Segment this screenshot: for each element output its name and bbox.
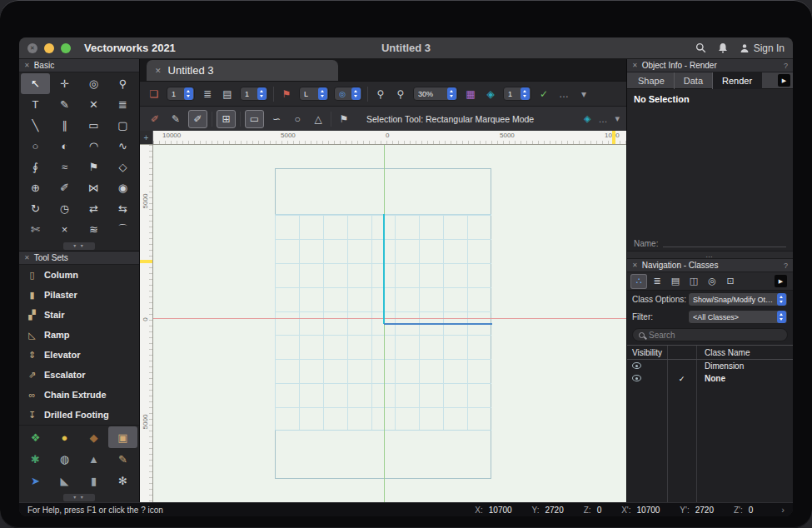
tool-set-item-ramp[interactable]: ◺Ramp: [19, 325, 139, 345]
tool-options-icon[interactable]: ◈: [584, 113, 590, 124]
navigation-header[interactable]: ✕ Navigation - Classes ?: [627, 259, 793, 272]
close-palette-icon[interactable]: ✕: [632, 62, 638, 69]
design-layers-mode-icon[interactable]: ≣: [649, 274, 665, 289]
help-icon[interactable]: ?: [784, 262, 788, 270]
zoom-fit-icon[interactable]: ⚲: [393, 87, 408, 102]
tool-set-item-elevator[interactable]: ⇕Elevator: [19, 345, 139, 365]
polyline-tool-icon[interactable]: ⚑: [79, 157, 108, 177]
circle-tool-icon[interactable]: ○: [21, 136, 50, 157]
statusbar-expand-icon[interactable]: ›: [781, 505, 785, 515]
tool-set-item-column[interactable]: ▯Column: [19, 265, 139, 285]
tool-set-item-drilled-footing[interactable]: ↧Drilled Footing: [19, 405, 139, 425]
viewports-mode-icon[interactable]: ◫: [685, 274, 702, 289]
freehand-tool-icon[interactable]: ∿: [108, 136, 137, 157]
zoom-in-icon[interactable]: ⚲: [373, 87, 388, 102]
rotate-tool-icon[interactable]: ↻: [21, 198, 50, 219]
panel-menu-icon[interactable]: ▶: [775, 275, 787, 287]
notifications-bell-icon[interactable]: [718, 42, 728, 53]
sheet-layers-mode-icon[interactable]: ▤: [667, 274, 684, 289]
panel-divider[interactable]: …: [627, 251, 793, 259]
close-window-button[interactable]: ✕: [27, 43, 37, 53]
split-tool-icon[interactable]: ⇆: [108, 198, 137, 219]
search-icon[interactable]: [695, 42, 706, 53]
interactive-scaling-icon[interactable]: ⊞: [217, 110, 236, 128]
class-name-column-header[interactable]: Class Name: [696, 348, 793, 357]
filter-dropdown[interactable]: <All Classes>: [688, 310, 788, 324]
class-dropdown[interactable]: L: [299, 87, 329, 101]
help-icon[interactable]: ?: [784, 62, 788, 70]
polygon-marquee-icon[interactable]: △: [310, 113, 326, 125]
text-tool-icon[interactable]: T: [21, 94, 50, 115]
curve-tool-icon[interactable]: ≈: [50, 157, 79, 177]
tab-data[interactable]: Data: [675, 72, 713, 89]
unified-view-icon[interactable]: ❏: [147, 87, 162, 102]
basic-palette-header[interactable]: ✕ Basic: [19, 59, 139, 72]
drawing-canvas[interactable]: [153, 145, 626, 502]
rectangular-marquee-icon[interactable]: ▭: [245, 110, 264, 128]
stack-order-icon[interactable]: ≣: [200, 87, 215, 102]
tool-set-item-stair[interactable]: ▞Stair: [19, 305, 139, 325]
visibility-eye-icon[interactable]: [632, 375, 641, 381]
extrude-tool-icon[interactable]: ▣: [108, 426, 137, 448]
tab-render[interactable]: Render: [713, 72, 762, 89]
landscape-tool-icon[interactable]: ✱: [21, 448, 50, 470]
visibility-tool-icon[interactable]: ≣: [108, 94, 137, 115]
cylinder-tool-icon[interactable]: ▮: [79, 470, 108, 491]
layer-dropdown[interactable]: 1: [167, 87, 195, 101]
classes-mode-icon[interactable]: ∴: [630, 274, 647, 289]
modebar-chevron-icon[interactable]: ▾: [615, 113, 620, 124]
eyedropper-tool-icon[interactable]: ◉: [108, 177, 137, 198]
oval-tool-icon[interactable]: ◐: [50, 136, 79, 157]
close-tab-icon[interactable]: ✕: [155, 67, 162, 75]
active-class-icon[interactable]: ⚑: [279, 87, 294, 102]
visibility-eye-icon[interactable]: [632, 362, 641, 369]
tool-set-item-chain-extrude[interactable]: ∞Chain Extrude: [19, 385, 139, 405]
references-mode-icon[interactable]: ⊡: [722, 274, 739, 289]
pushpin-icon[interactable]: ⚑: [336, 113, 352, 125]
plane-tool-icon[interactable]: ➤: [21, 470, 50, 491]
checkmark-icon[interactable]: ✓: [536, 87, 551, 102]
layers-icon[interactable]: ▤: [220, 87, 235, 102]
snap-grid-icon[interactable]: ▦: [463, 87, 478, 102]
line-tool-icon[interactable]: ╲: [21, 115, 50, 136]
render-mode-icon[interactable]: ◈: [483, 87, 498, 102]
roof-tool-icon[interactable]: ❖: [21, 426, 50, 448]
knife-tool-icon[interactable]: ✄: [21, 219, 50, 240]
search-input[interactable]: [649, 331, 781, 340]
modebar-overflow-icon[interactable]: …: [598, 114, 607, 124]
arc-tool-icon[interactable]: ◠: [79, 136, 108, 157]
panel-menu-icon[interactable]: ▶: [778, 74, 790, 87]
saved-views-mode-icon[interactable]: ◎: [704, 274, 720, 289]
tool-sets-expander[interactable]: ▾ ▾: [19, 492, 139, 502]
class-row-dimension[interactable]: Dimension: [627, 360, 793, 372]
toolbar-overflow-icon[interactable]: …: [556, 87, 571, 102]
document-tab[interactable]: ✕ Untitled 3: [147, 60, 338, 81]
zoom-tool-icon[interactable]: ⚲: [108, 73, 137, 94]
sign-in-button[interactable]: Sign In: [740, 42, 785, 54]
maximize-window-button[interactable]: [61, 43, 71, 53]
oval-marquee-icon[interactable]: ○: [289, 113, 306, 125]
part-tool-icon[interactable]: ✻: [108, 470, 137, 491]
visibility-dropdown[interactable]: ◎: [334, 87, 362, 101]
sheet-dropdown[interactable]: 1: [503, 87, 531, 101]
polygon-tool-icon[interactable]: ◇: [108, 157, 137, 177]
close-palette-icon[interactable]: ✕: [24, 62, 30, 69]
cone-tool-icon[interactable]: ▲: [79, 448, 108, 470]
box-tool-icon[interactable]: ◆: [79, 426, 108, 448]
class-options-dropdown[interactable]: Show/Snap/Modify Oth...: [688, 292, 788, 306]
toolbar-chevron-icon[interactable]: ▾: [576, 87, 591, 102]
tool-set-item-escalator[interactable]: ⇗Escalator: [19, 365, 139, 385]
reshape-tool-icon[interactable]: ✕: [79, 94, 108, 115]
column-3d-tool-icon[interactable]: ✎: [108, 448, 137, 470]
pan-tool-icon[interactable]: ✛: [50, 73, 79, 94]
scale-tool-icon[interactable]: ×: [50, 219, 79, 240]
rounded-rectangle-tool-icon[interactable]: ▢: [108, 115, 137, 136]
dome-tool-icon[interactable]: ◍: [50, 448, 79, 470]
class-row-none[interactable]: ✓ None: [627, 372, 793, 385]
name-field[interactable]: [663, 240, 786, 247]
flyover-tool-icon[interactable]: ◎: [79, 73, 108, 94]
connect-tool-icon[interactable]: ≋: [79, 219, 108, 240]
double-line-tool-icon[interactable]: ∥: [50, 115, 79, 136]
basic-palette-expander[interactable]: ▾ ▾: [19, 241, 139, 251]
fillet-tool-icon[interactable]: ⌒: [108, 219, 137, 240]
